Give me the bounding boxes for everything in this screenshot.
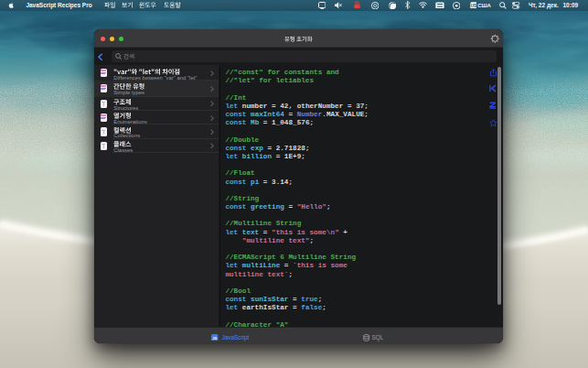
svg-text:US: US: [471, 4, 476, 8]
svg-text:JS: JS: [213, 336, 218, 341]
